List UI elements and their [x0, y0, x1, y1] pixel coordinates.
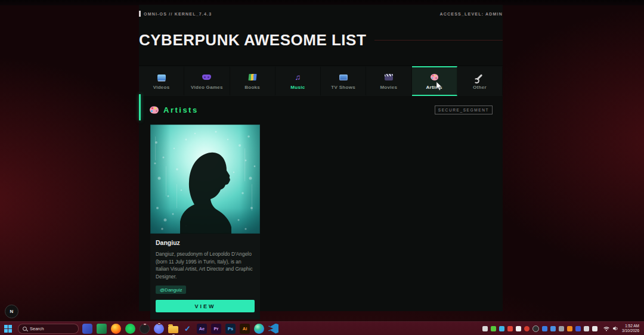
artist-photo — [150, 125, 260, 234]
access-level-label: ACCESS_LEVEL: ADMIN — [440, 12, 503, 16]
app-todo-icon[interactable] — [182, 324, 193, 334]
section-title: Artists — [163, 106, 199, 114]
tray-icon[interactable] — [499, 326, 504, 331]
speaker-icon[interactable] — [612, 325, 618, 331]
tab-movies[interactable]: Movies — [366, 66, 411, 96]
gamepad-icon — [202, 73, 211, 82]
tray-icon[interactable] — [542, 326, 547, 331]
clock-date: 3/10/2026 — [622, 328, 639, 333]
page-title: CYBERPUNK AWESOME LIST — [139, 31, 366, 49]
app-firefox-icon[interactable] — [111, 324, 121, 334]
app-excel-icon[interactable] — [97, 324, 107, 334]
app-photoshop-icon[interactable]: Ps — [225, 324, 236, 334]
system-version-label: OMNI-OS // KERNEL_7.4.3 — [144, 12, 212, 16]
meta-bar: OMNI-OS // KERNEL_7.4.3 ACCESS_LEVEL: AD… — [139, 10, 503, 18]
app-teams-icon[interactable] — [82, 324, 92, 334]
tray-icon[interactable] — [482, 326, 488, 331]
meta-accent-tick — [139, 11, 141, 17]
artist-name: Dangiuz — [156, 239, 255, 246]
search-icon — [23, 327, 27, 331]
taskbar: Search Ae Pr Ps Ai — [0, 321, 644, 335]
app-premiere-icon[interactable]: Pr — [211, 324, 221, 334]
tray-icon[interactable] — [567, 326, 572, 331]
app-file-explorer-icon[interactable] — [168, 326, 178, 333]
tray-icon[interactable] — [516, 326, 521, 331]
artist-description: Dangiuz, pseudonym of Leopoldo D'Angelo … — [156, 250, 255, 280]
laptop-icon — [157, 73, 166, 82]
tray-microphone-icon[interactable] — [592, 326, 597, 331]
section-header: Artists SECURE_SEGMENT — [150, 104, 493, 116]
tab-books[interactable]: Books — [230, 66, 275, 96]
section-accent-bar — [139, 94, 141, 120]
app-discord-icon[interactable] — [154, 324, 164, 334]
desktop: OMNI-OS // KERNEL_7.4.3 ACCESS_LEVEL: AD… — [0, 0, 644, 335]
tray-icon[interactable] — [491, 326, 496, 331]
taskbar-search[interactable]: Search — [18, 324, 79, 334]
view-button[interactable]: VIEW — [156, 300, 255, 312]
artist-card: Dangiuz Dangiuz, pseudonym of Leopoldo D… — [150, 125, 260, 320]
tray-icon[interactable] — [507, 326, 513, 331]
taskbar-apps: Ae Pr Ps Ai — [82, 324, 278, 334]
app-spotify-icon[interactable] — [125, 324, 135, 334]
tray-icon[interactable] — [575, 326, 581, 331]
title-row: CYBERPUNK AWESOME LIST — [139, 31, 503, 49]
tray-icon[interactable] — [550, 326, 556, 331]
mouse-cursor-icon — [436, 81, 442, 91]
page-panel: OMNI-OS // KERNEL_7.4.3 ACCESS_LEVEL: AD… — [139, 5, 503, 311]
card-body: Dangiuz Dangiuz, pseudonym of Leopoldo D… — [150, 234, 260, 320]
tab-videos[interactable]: Videos — [139, 66, 184, 96]
books-icon — [249, 73, 256, 82]
category-tabs: Videos Video Games Books ♫ Music TV Show… — [139, 66, 503, 96]
tray-icon[interactable] — [532, 325, 539, 332]
tray-icon[interactable] — [559, 326, 564, 331]
tab-video-games[interactable]: Video Games — [184, 66, 230, 96]
app-opera-gx-icon[interactable] — [140, 324, 150, 334]
tab-tv-shows[interactable]: TV Shows — [321, 66, 366, 96]
tab-artists[interactable]: Artists — [412, 66, 457, 96]
system-tray — [482, 325, 597, 332]
taskbar-clock[interactable]: 1:52 AM 3/10/2026 — [622, 324, 639, 333]
music-note-icon: ♫ — [295, 73, 301, 82]
app-edge-icon[interactable] — [254, 324, 264, 334]
windows-start-button[interactable] — [2, 323, 14, 334]
app-after-effects-icon[interactable]: Ae — [197, 324, 207, 334]
clapperboard-icon — [385, 73, 393, 82]
floating-n-button[interactable]: N — [5, 305, 18, 318]
app-vscode-icon[interactable] — [268, 324, 278, 334]
tab-other[interactable]: Other — [457, 66, 503, 96]
clock-time: 1:52 AM — [622, 324, 639, 328]
wifi-icon[interactable] — [603, 325, 610, 331]
title-divider — [374, 40, 503, 41]
secure-segment-badge: SECURE_SEGMENT — [435, 106, 493, 114]
wrench-icon — [476, 73, 483, 82]
tray-icon[interactable] — [584, 326, 589, 331]
app-illustrator-icon[interactable]: Ai — [240, 324, 250, 334]
artist-handle-tag[interactable]: @Danguiz — [156, 286, 186, 294]
tab-music[interactable]: ♫ Music — [275, 66, 321, 96]
palette-icon — [150, 106, 159, 114]
tray-icon[interactable] — [524, 326, 530, 331]
tv-icon — [339, 73, 348, 82]
